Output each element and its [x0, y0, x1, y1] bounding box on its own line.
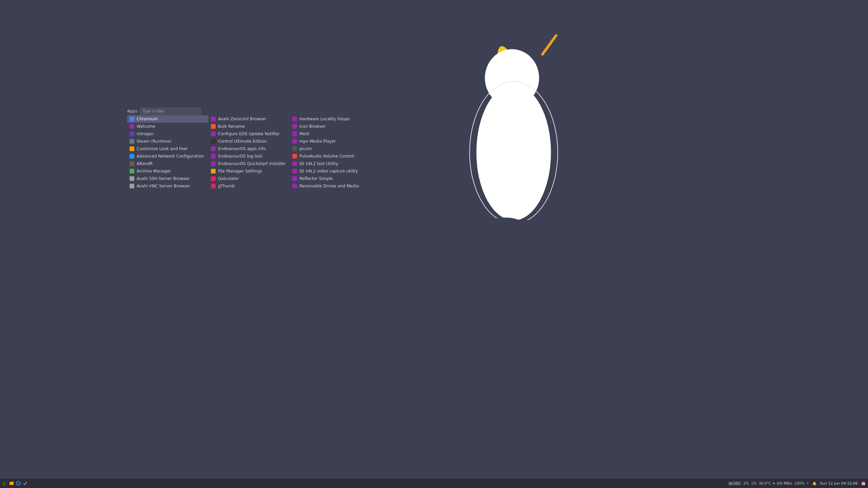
app-label-mpv: mpv Media Player [299, 139, 336, 144]
app-item-filemanager[interactable]: File Manager Settings [209, 167, 290, 175]
icon-nitrogen-icon [129, 131, 135, 137]
memory-badge: 16G [728, 481, 741, 486]
app-item-icon-browser[interactable]: Icon Browser [290, 123, 371, 130]
app-item-meld[interactable]: Meld [290, 130, 371, 138]
browser-icon[interactable] [16, 481, 21, 486]
app-label-galculator: Galculator [218, 176, 239, 181]
svg-rect-12 [730, 483, 732, 484]
app-item-hw-locality[interactable]: Hardware Locality lstopo [290, 115, 371, 123]
icon-pulseaudio-icon [292, 154, 297, 159]
app-label-icon-browser: Icon Browser [299, 124, 326, 129]
app-item-configure-eos[interactable]: Configure EOS Update Notifier [209, 130, 290, 138]
icon-eos-log-icon [211, 154, 216, 159]
icon-filemanager-icon [211, 168, 216, 174]
app-item-picom[interactable]: picom [290, 145, 371, 152]
icon-mpv-icon [292, 139, 297, 144]
app-label-nitrogen: nitrogen [137, 131, 154, 136]
app-item-avahi-ssh[interactable]: Avahi SSH Server Browser [127, 175, 209, 182]
filter-input[interactable] [140, 108, 201, 115]
app-item-eos-log[interactable]: EndeavourOS log tool [209, 152, 290, 160]
app-item-archive[interactable]: Archive Manager [127, 167, 209, 175]
icon-galculator-icon [211, 176, 216, 181]
taskbar-left: $_ [2, 481, 28, 486]
app-item-avahi-zero[interactable]: Avahi Zeroconf Browser [209, 115, 290, 123]
icon-icon-browser-icon [292, 124, 297, 129]
app-item-removable[interactable]: Removable Drives and Media [290, 182, 371, 190]
cpu2-stat: 1% [751, 481, 757, 485]
apps-label: Apps: [127, 109, 139, 114]
icon-eos-quick-icon [211, 161, 216, 166]
apps-column-2: Avahi Zeroconf BrowserBulk RenameConfigu… [209, 115, 290, 190]
app-item-bulk[interactable]: Bulk Rename [209, 123, 290, 130]
icon-reflector-icon [292, 176, 297, 181]
app-item-eos-quick[interactable]: EndeavourOS Quickstart Installer [209, 160, 290, 167]
svg-point-3 [485, 49, 539, 107]
icon-avahi-zero-icon [211, 116, 216, 122]
icon-hw-locality-icon [292, 116, 297, 122]
taskbar: $_ 16G 2% 1% 30.0°C ▾ [0, 479, 868, 488]
icon-avahi-vnc-icon [129, 183, 135, 189]
app-item-nitrogen[interactable]: nitrogen [127, 130, 209, 138]
app-label-steam: Steam (Runtime) [137, 139, 171, 144]
battery-stat: 100% [794, 481, 805, 485]
app-label-bulk: Bulk Rename [218, 124, 245, 129]
app-label-customize: Customize Look and Feel [137, 146, 187, 151]
icon-meld-icon [292, 131, 297, 137]
app-item-gthumb[interactable]: gThumb [209, 182, 290, 190]
app-item-chromium[interactable]: Chromium [127, 115, 209, 123]
app-item-pulseaudio[interactable]: PulseAudio Volume Control [290, 152, 371, 160]
app-item-galculator[interactable]: Galculator [209, 175, 290, 182]
sys-info: 16G 2% 1% 30.0°C ▾ 0/0 MB/s 100% ⚡ [728, 481, 809, 486]
app-item-eos-apps[interactable]: EndeavourOS apps info [209, 145, 290, 152]
svg-text:$_: $_ [3, 482, 6, 485]
app-label-filemanager: File Manager Settings [218, 169, 262, 174]
app-item-customize[interactable]: Customize Look and Feel [127, 145, 209, 152]
app-label-eos-quick: EndeavourOS Quickstart Installer [218, 161, 286, 166]
app-item-qt-v4l2[interactable]: Qt V4L2 test Utility [290, 160, 371, 167]
app-label-eos-apps: EndeavourOS apps info [218, 146, 266, 151]
icon-qt-v4l2-icon [292, 161, 297, 166]
app-label-meld: Meld [299, 131, 309, 136]
app-item-mpv[interactable]: mpv Media Player [290, 138, 371, 145]
icon-qt-v4l2-cap-icon [292, 168, 297, 174]
icon-eos-apps-icon [211, 146, 216, 151]
icon-chromium-icon [129, 116, 135, 122]
app-launcher: Apps: ChromiumWelcomenitrogenSteam (Runt… [127, 108, 371, 190]
icon-gthumb-icon [211, 183, 216, 189]
icon-customize-icon [129, 146, 135, 151]
apps-column-1: ChromiumWelcomenitrogenSteam (Runtime)Cu… [127, 115, 209, 190]
app-item-reflector[interactable]: Reflector Simple [290, 175, 371, 182]
taskbar-right: 16G 2% 1% 30.0°C ▾ 0/0 MB/s 100% ⚡ 🔔 Sun… [728, 481, 866, 486]
app-label-reflector: Reflector Simple [299, 176, 333, 181]
app-label-removable: Removable Drives and Media [299, 184, 359, 188]
terminal-icon[interactable]: $_ [2, 481, 7, 486]
folder-icon[interactable] [9, 481, 14, 486]
checkmark-icon[interactable] [22, 481, 28, 486]
icon-steam-icon [129, 139, 135, 144]
icon-picom-icon [292, 146, 297, 151]
app-label-hw-locality: Hardware Locality lstopo [299, 117, 350, 121]
app-item-avahi-vnc[interactable]: Avahi VNC Server Browser [127, 182, 209, 190]
notification-icon[interactable]: 🔔 [812, 481, 817, 486]
icon-welcome-icon [129, 124, 135, 129]
app-item-qt-v4l2-cap[interactable]: Qt V4L2 video capture utility [290, 167, 371, 175]
app-item-control[interactable]: Control Ultimate Edition [209, 138, 290, 145]
app-label-network: Advanced Network Configuration [137, 154, 204, 159]
icon-bulk-icon [211, 124, 216, 129]
power-icon: ⚡ [807, 481, 809, 485]
app-label-welcome: Welcome [137, 124, 155, 129]
svg-line-0 [542, 36, 556, 54]
app-item-arandr[interactable]: ARandR [127, 160, 209, 167]
cpu-stat: 2% [743, 481, 749, 485]
app-label-avahi-vnc: Avahi VNC Server Browser [137, 184, 190, 188]
icon-configure-eos-icon [211, 131, 216, 137]
app-item-steam[interactable]: Steam (Runtime) [127, 138, 209, 145]
app-item-network[interactable]: Advanced Network Configuration [127, 152, 209, 160]
app-item-welcome[interactable]: Welcome [127, 123, 209, 130]
app-label-avahi-ssh: Avahi SSH Server Browser [137, 176, 190, 181]
app-label-configure-eos: Configure EOS Update Notifier [218, 131, 280, 136]
calendar-icon[interactable]: 📅 [861, 481, 866, 486]
wifi-icon: ▾ [773, 481, 775, 485]
app-label-pulseaudio: PulseAudio Volume Control [299, 154, 354, 159]
app-label-control: Control Ultimate Edition [218, 139, 267, 144]
